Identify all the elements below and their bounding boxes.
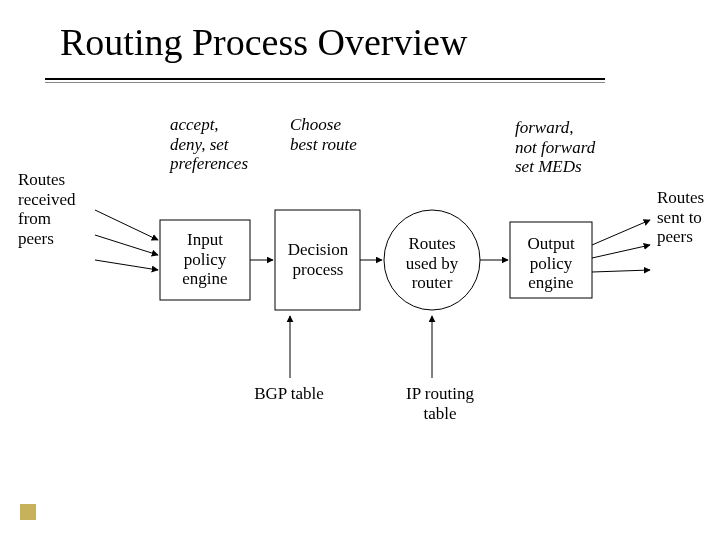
svg-line-11	[592, 245, 650, 258]
svg-point-2	[384, 210, 480, 310]
slide-accent	[20, 504, 36, 520]
svg-rect-0	[160, 220, 250, 300]
svg-line-4	[95, 210, 158, 240]
svg-line-10	[592, 220, 650, 245]
routing-diagram	[0, 0, 720, 540]
svg-rect-3	[510, 222, 592, 298]
svg-line-6	[95, 260, 158, 270]
svg-line-5	[95, 235, 158, 255]
svg-line-12	[592, 270, 650, 272]
svg-rect-1	[275, 210, 360, 310]
